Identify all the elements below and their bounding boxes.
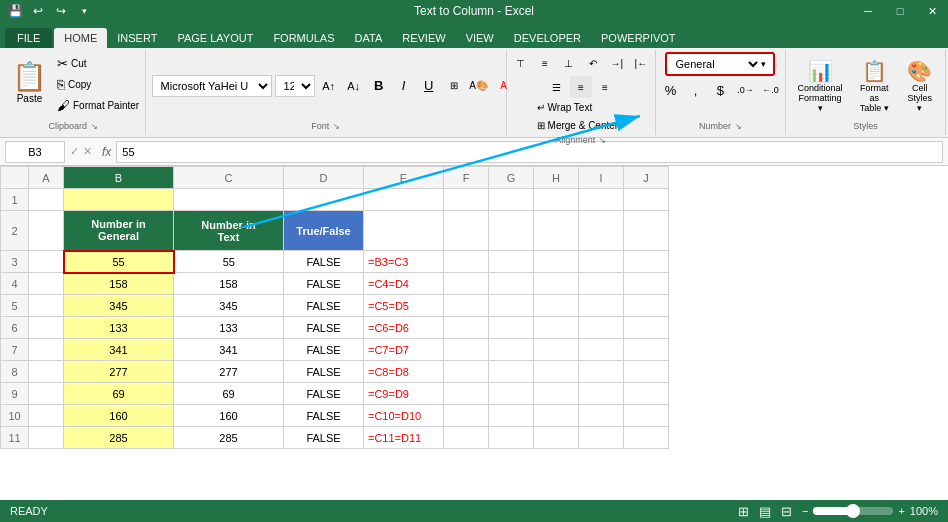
cell-e6[interactable]: =C6=D6 [364,317,444,339]
increase-font-button[interactable]: A↑ [318,75,340,97]
cell-c8[interactable]: 277 [174,361,284,383]
cell-a8[interactable] [29,361,64,383]
tab-developer[interactable]: DEVELOPER [504,28,591,48]
cancel-icon[interactable]: ✕ [83,145,92,158]
cell-a7[interactable] [29,339,64,361]
cell-b11[interactable]: 285 [64,427,174,449]
cell-h3[interactable] [534,251,579,273]
cell-f3[interactable] [444,251,489,273]
tab-pagelayout[interactable]: PAGE LAYOUT [167,28,263,48]
cell-d10[interactable]: FALSE [284,405,364,427]
col-e-header[interactable]: E [364,167,444,189]
cell-i11[interactable] [579,427,624,449]
cell-i6[interactable] [579,317,624,339]
cell-e8[interactable]: =C8=D8 [364,361,444,383]
cell-d2[interactable]: True/False [284,211,364,251]
cell-e10[interactable]: =C10=D10 [364,405,444,427]
cell-j7[interactable] [624,339,669,361]
cell-h6[interactable] [534,317,579,339]
cell-d9[interactable]: FALSE [284,383,364,405]
cell-h7[interactable] [534,339,579,361]
col-d-header[interactable]: D [284,167,364,189]
cell-g11[interactable] [489,427,534,449]
cell-b6[interactable]: 133 [64,317,174,339]
redo-icon[interactable]: ↪ [51,1,71,21]
cell-b4[interactable]: 158 [64,273,174,295]
cell-c5[interactable]: 345 [174,295,284,317]
cell-h8[interactable] [534,361,579,383]
cell-e1[interactable] [364,189,444,211]
cell-d6[interactable]: FALSE [284,317,364,339]
cell-f9[interactable] [444,383,489,405]
paste-button[interactable]: 📋 Paste [8,52,51,114]
cell-b7[interactable]: 341 [64,339,174,361]
cell-i10[interactable] [579,405,624,427]
col-a-header[interactable]: A [29,167,64,189]
page-break-icon[interactable]: ⊟ [781,504,792,519]
cell-a3[interactable] [29,251,64,273]
close-button[interactable]: ✕ [916,0,948,22]
zoom-slider[interactable] [813,507,893,515]
col-j-header[interactable]: J [624,167,669,189]
tab-powerpivot[interactable]: POWERPIVOT [591,28,686,48]
cell-i2[interactable] [579,211,624,251]
wrap-text-button[interactable]: ↵ Wrap Text [533,100,597,115]
cell-j2[interactable] [624,211,669,251]
normal-view-icon[interactable]: ▤ [759,504,771,519]
page-layout-icon[interactable]: ⊞ [738,504,749,519]
indent-less-button[interactable]: |← [630,52,652,74]
cell-i7[interactable] [579,339,624,361]
tab-home[interactable]: HOME [54,28,107,48]
cell-d4[interactable]: FALSE [284,273,364,295]
cell-g6[interactable] [489,317,534,339]
cell-g5[interactable] [489,295,534,317]
cell-b10[interactable]: 160 [64,405,174,427]
align-left-button[interactable]: ☰ [546,76,568,98]
cell-i8[interactable] [579,361,624,383]
comma-button[interactable]: , [684,79,706,101]
indent-more-button[interactable]: →| [606,52,628,74]
tab-formulas[interactable]: FORMULAS [263,28,344,48]
cell-b1[interactable] [64,189,174,211]
col-g-header[interactable]: G [489,167,534,189]
cell-h11[interactable] [534,427,579,449]
cell-i1[interactable] [579,189,624,211]
border-button[interactable]: ⊞ [443,75,465,97]
cell-j11[interactable] [624,427,669,449]
cell-d5[interactable]: FALSE [284,295,364,317]
cell-h10[interactable] [534,405,579,427]
cell-e9[interactable]: =C9=D9 [364,383,444,405]
cell-h2[interactable] [534,211,579,251]
cell-f1[interactable] [444,189,489,211]
italic-button[interactable]: I [393,75,415,97]
cell-c1[interactable] [174,189,284,211]
number-expand-icon[interactable]: ↘ [735,122,742,131]
cell-f7[interactable] [444,339,489,361]
align-bottom-button[interactable]: ⊥ [558,52,580,74]
tab-data[interactable]: DATA [345,28,393,48]
bold-button[interactable]: B [368,75,390,97]
cell-c10[interactable]: 160 [174,405,284,427]
cell-styles-button[interactable]: 🎨 CellStyles ▾ [901,57,939,115]
cell-j4[interactable] [624,273,669,295]
undo-icon[interactable]: ↩ [28,1,48,21]
underline-button[interactable]: U [418,75,440,97]
cell-j8[interactable] [624,361,669,383]
align-right-button[interactable]: ≡ [594,76,616,98]
clipboard-expand-icon[interactable]: ↘ [91,122,98,131]
cell-f11[interactable] [444,427,489,449]
cell-b2[interactable]: Number inGeneral [64,211,174,251]
cell-d3[interactable]: FALSE [284,251,364,273]
tab-view[interactable]: VIEW [456,28,504,48]
cell-g9[interactable] [489,383,534,405]
cell-i3[interactable] [579,251,624,273]
cell-g7[interactable] [489,339,534,361]
cell-e11[interactable]: =C11=D11 [364,427,444,449]
cell-a6[interactable] [29,317,64,339]
customize-qa-icon[interactable]: ▾ [74,1,94,21]
cell-g2[interactable] [489,211,534,251]
decrease-decimal-button[interactable]: ←.0 [759,79,781,101]
cell-c6[interactable]: 133 [174,317,284,339]
merge-center-dropdown-icon[interactable]: ▾ [621,121,625,130]
cell-a1[interactable] [29,189,64,211]
